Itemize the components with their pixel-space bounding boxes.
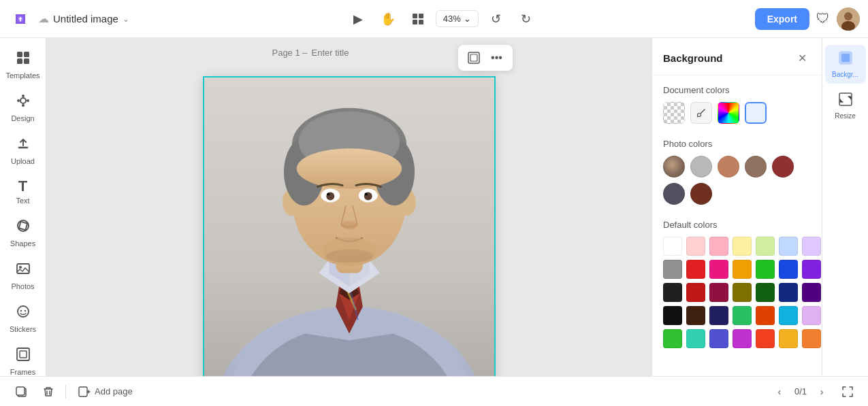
default-color-swatch-3-2[interactable] bbox=[709, 306, 728, 325]
fullscreen-button[interactable] bbox=[838, 382, 857, 401]
transparent-color-swatch[interactable] bbox=[663, 102, 685, 124]
default-color-swatch-3-6[interactable] bbox=[802, 306, 821, 325]
svg-point-23 bbox=[20, 310, 21, 311]
svg-rect-9 bbox=[24, 52, 29, 57]
default-color-swatch-4-1[interactable] bbox=[686, 329, 705, 348]
photo-color-2[interactable] bbox=[718, 156, 739, 177]
photo-color-3[interactable] bbox=[745, 156, 767, 177]
svg-rect-26 bbox=[20, 351, 27, 358]
white-selected-swatch[interactable] bbox=[745, 102, 767, 124]
svg-point-45 bbox=[296, 148, 402, 188]
default-color-swatch-3-4[interactable] bbox=[756, 306, 775, 325]
left-sidebar: Templates Design bbox=[0, 38, 46, 376]
templates-label: Templates bbox=[5, 71, 39, 80]
default-color-swatch-1-0[interactable] bbox=[663, 260, 682, 279]
app-logo[interactable] bbox=[8, 7, 33, 31]
default-color-swatch-2-6[interactable] bbox=[802, 283, 821, 302]
sidebar-item-text[interactable]: T Text bbox=[3, 173, 44, 210]
right-mini-background[interactable]: Backgr... bbox=[825, 45, 866, 84]
photo-color-face[interactable] bbox=[663, 156, 685, 177]
photo-color-1[interactable] bbox=[690, 156, 712, 177]
default-color-swatch-4-6[interactable] bbox=[802, 329, 821, 348]
add-page-button[interactable]: Add page bbox=[73, 383, 138, 401]
resize-mini-icon bbox=[838, 92, 853, 109]
default-color-swatch-3-0[interactable] bbox=[663, 306, 682, 325]
default-color-swatch-1-2[interactable] bbox=[709, 260, 728, 279]
page-counter: 0/1 bbox=[794, 386, 807, 396]
default-color-swatch-1-3[interactable] bbox=[733, 260, 752, 279]
document-title-area[interactable]: ☁ Untitled image ⌄ bbox=[38, 12, 129, 25]
background-panel-close[interactable]: ✕ bbox=[793, 49, 811, 67]
svg-rect-25 bbox=[17, 348, 29, 360]
default-color-swatch-0-3[interactable] bbox=[733, 237, 752, 256]
default-color-swatch-4-4[interactable] bbox=[756, 329, 775, 348]
svg-rect-8 bbox=[17, 52, 22, 57]
default-color-swatch-2-5[interactable] bbox=[779, 283, 798, 302]
undo-button[interactable]: ↺ bbox=[484, 7, 509, 31]
default-color-swatch-3-3[interactable] bbox=[733, 306, 752, 325]
zoom-control[interactable]: 43% ⌄ bbox=[436, 10, 479, 27]
shapes-label: Shapes bbox=[10, 239, 35, 248]
default-color-swatch-0-6[interactable] bbox=[802, 237, 821, 256]
default-color-swatch-3-5[interactable] bbox=[779, 306, 798, 325]
default-color-swatch-2-2[interactable] bbox=[709, 283, 728, 302]
default-color-swatch-2-3[interactable] bbox=[733, 283, 752, 302]
default-color-swatch-1-4[interactable] bbox=[756, 260, 775, 279]
photo-color-6[interactable] bbox=[690, 183, 712, 205]
sidebar-item-stickers[interactable]: Stickers bbox=[3, 299, 44, 339]
page-title-input[interactable] bbox=[312, 48, 426, 58]
color-grid-row-2 bbox=[663, 283, 811, 302]
svg-point-15 bbox=[17, 99, 20, 102]
nav-prev-button[interactable]: ‹ bbox=[770, 382, 789, 401]
hand-tool-button[interactable]: ✋ bbox=[376, 7, 400, 31]
svg-point-13 bbox=[22, 95, 25, 97]
svg-point-6 bbox=[844, 12, 852, 20]
default-color-swatch-3-1[interactable] bbox=[686, 306, 705, 325]
default-color-swatch-1-6[interactable] bbox=[802, 260, 821, 279]
sidebar-item-shapes[interactable]: Shapes bbox=[3, 213, 44, 253]
delete-page-button[interactable] bbox=[38, 382, 59, 402]
default-color-swatch-0-5[interactable] bbox=[779, 237, 798, 256]
sidebar-item-upload[interactable]: Upload bbox=[3, 131, 44, 171]
more-options-button[interactable]: ••• bbox=[487, 48, 507, 68]
topbar-right: Export 🛡 bbox=[755, 7, 860, 31]
zoom-chevron-icon: ⌄ bbox=[464, 14, 471, 24]
export-button[interactable]: Export bbox=[755, 8, 809, 30]
default-color-swatch-0-4[interactable] bbox=[756, 237, 775, 256]
default-color-swatch-2-0[interactable] bbox=[663, 283, 682, 302]
sidebar-item-templates[interactable]: Templates bbox=[3, 45, 44, 85]
default-color-swatch-4-0[interactable] bbox=[663, 329, 682, 348]
default-color-swatch-0-0[interactable] bbox=[663, 237, 682, 256]
canvas-frame[interactable] bbox=[203, 76, 496, 376]
svg-rect-58 bbox=[841, 54, 850, 62]
right-mini-resize[interactable]: Resize bbox=[825, 86, 866, 125]
default-color-swatch-0-1[interactable] bbox=[686, 237, 705, 256]
default-color-swatch-4-5[interactable] bbox=[779, 329, 798, 348]
default-color-swatch-4-3[interactable] bbox=[733, 329, 752, 348]
upload-icon bbox=[16, 136, 31, 154]
photos-icon bbox=[16, 261, 31, 280]
sidebar-item-photos[interactable]: Photos bbox=[3, 256, 44, 296]
nav-next-button[interactable]: › bbox=[812, 382, 831, 401]
default-color-swatch-0-2[interactable] bbox=[709, 237, 728, 256]
duplicate-page-button[interactable] bbox=[11, 382, 31, 402]
eyedropper-swatch[interactable] bbox=[690, 102, 712, 124]
frame-icon-button[interactable] bbox=[464, 48, 484, 68]
gradient-color-swatch[interactable] bbox=[718, 102, 739, 124]
default-color-swatch-2-1[interactable] bbox=[686, 283, 705, 302]
default-color-swatch-2-4[interactable] bbox=[756, 283, 775, 302]
default-color-swatch-4-2[interactable] bbox=[709, 329, 728, 348]
canva-logo-icon bbox=[11, 10, 30, 29]
photo-color-5[interactable] bbox=[663, 183, 685, 205]
default-colors-grid bbox=[663, 237, 811, 348]
sidebar-item-design[interactable]: Design bbox=[3, 88, 44, 128]
layout-tool-button[interactable] bbox=[406, 7, 430, 31]
sidebar-item-frames[interactable]: Frames bbox=[3, 341, 44, 376]
default-color-swatch-1-5[interactable] bbox=[779, 260, 798, 279]
user-avatar[interactable] bbox=[837, 7, 860, 31]
select-tool-button[interactable]: ▶ bbox=[346, 7, 370, 31]
photo-color-4[interactable] bbox=[772, 156, 794, 177]
svg-rect-4 bbox=[419, 20, 423, 24]
default-color-swatch-1-1[interactable] bbox=[686, 260, 705, 279]
redo-button[interactable]: ↻ bbox=[514, 7, 539, 31]
